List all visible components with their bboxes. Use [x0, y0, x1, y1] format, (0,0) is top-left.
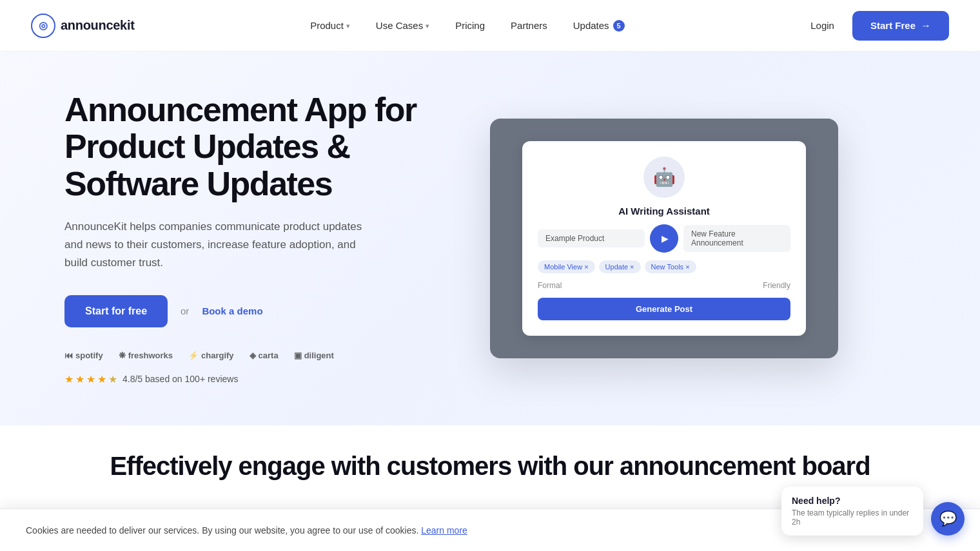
nav-links: Product ▾ Use Cases ▾ Pricing Partners U…: [300, 15, 635, 37]
star-1: ★: [64, 373, 74, 385]
nav-use-cases[interactable]: Use Cases ▾: [366, 15, 440, 36]
hero-rating: ★ ★ ★ ★ ★ 4.8/5 based on 100+ reviews: [64, 373, 451, 385]
bottom-section: Effectively engage with customers with o…: [0, 425, 980, 494]
demo-product-field[interactable]: Example Product: [538, 229, 645, 247]
arrow-icon: →: [921, 20, 931, 32]
nav-pricing[interactable]: Pricing: [445, 15, 495, 36]
carta-icon: ◈: [250, 351, 256, 360]
nav-right: Login Start Free →: [800, 11, 949, 41]
hero-left: Announcement App for Product Updates & S…: [64, 92, 451, 385]
nav-product[interactable]: Product ▾: [300, 15, 360, 36]
login-link[interactable]: Login: [800, 15, 845, 36]
demo-panel-title: AI Writing Assistant: [618, 206, 710, 217]
demo-robot-icon: 🤖: [643, 157, 685, 198]
logo-icon: ◎: [31, 14, 55, 38]
hero-actions: Start for free or Book a demo: [64, 295, 451, 327]
chargify-icon: ⚡: [188, 351, 199, 360]
chevron-down-icon: ▾: [346, 22, 350, 30]
logo-chargify: ⚡ chargify: [188, 351, 234, 360]
demo-play-button[interactable]: [650, 224, 678, 253]
hero-section: Announcement App for Product Updates & S…: [0, 52, 980, 425]
logo-spotify: ⏮ spotify: [64, 351, 103, 360]
demo-tags: Mobile View × Update × New Tools ×: [538, 260, 790, 273]
nav-partners[interactable]: Partners: [500, 15, 558, 36]
bottom-title: Effectively engage with customers with o…: [31, 451, 949, 481]
hero-or-text: or: [181, 305, 189, 316]
demo-announcement-field[interactable]: New Feature Announcement: [683, 225, 790, 252]
demo-tag-tools[interactable]: New Tools ×: [645, 260, 696, 273]
star-5: ★: [108, 373, 117, 385]
spotify-icon: ⏮: [64, 351, 73, 360]
hero-description: AnnounceKit helps companies communicate …: [64, 218, 374, 272]
logo-text: announcekit: [61, 18, 135, 33]
freshworks-icon: ❋: [119, 351, 126, 360]
navbar: ◎ announcekit Product ▾ Use Cases ▾ Pric…: [0, 0, 980, 52]
rating-text: 4.8/5 based on 100+ reviews: [122, 374, 238, 384]
star-3: ★: [86, 373, 95, 385]
hero-logos: ⏮ spotify ❋ freshworks ⚡ chargify ◈ cart…: [64, 351, 451, 360]
logo-carta: ◈ carta: [250, 351, 279, 360]
demo-tone-slider: Formal Friendly: [538, 281, 790, 290]
nav-updates[interactable]: Updates 5: [563, 15, 635, 37]
chat-widget: Need help? The team typically replies in…: [781, 487, 965, 494]
demo-tag-update[interactable]: Update ×: [599, 260, 641, 273]
star-2: ★: [75, 373, 84, 385]
book-demo-link[interactable]: Book a demo: [202, 305, 262, 316]
hero-cta-button[interactable]: Start for free: [64, 295, 168, 327]
demo-panel: 🤖 AI Writing Assistant Example Product N…: [490, 119, 838, 358]
demo-generate-button[interactable]: Generate Post: [538, 298, 790, 320]
hero-right: 🤖 AI Writing Assistant Example Product N…: [490, 119, 838, 358]
demo-tag-mobile[interactable]: Mobile View ×: [538, 260, 595, 273]
start-free-button[interactable]: Start Free →: [852, 11, 949, 41]
chat-bubble: Need help? The team typically replies in…: [781, 487, 923, 494]
diligent-icon: ▣: [294, 351, 302, 360]
demo-input-row: Example Product New Feature Announcement: [538, 224, 790, 253]
logo-diligent: ▣ diligent: [294, 351, 334, 360]
logo[interactable]: ◎ announcekit: [31, 14, 135, 38]
star-4: ★: [97, 373, 106, 385]
chevron-down-icon: ▾: [426, 22, 429, 30]
updates-badge: 5: [613, 20, 625, 32]
star-rating: ★ ★ ★ ★ ★: [64, 373, 117, 385]
hero-inner: Announcement App for Product Updates & S…: [64, 92, 916, 385]
hero-title: Announcement App for Product Updates & S…: [64, 92, 451, 202]
logo-freshworks: ❋ freshworks: [119, 351, 173, 360]
demo-inner: 🤖 AI Writing Assistant Example Product N…: [522, 141, 806, 336]
